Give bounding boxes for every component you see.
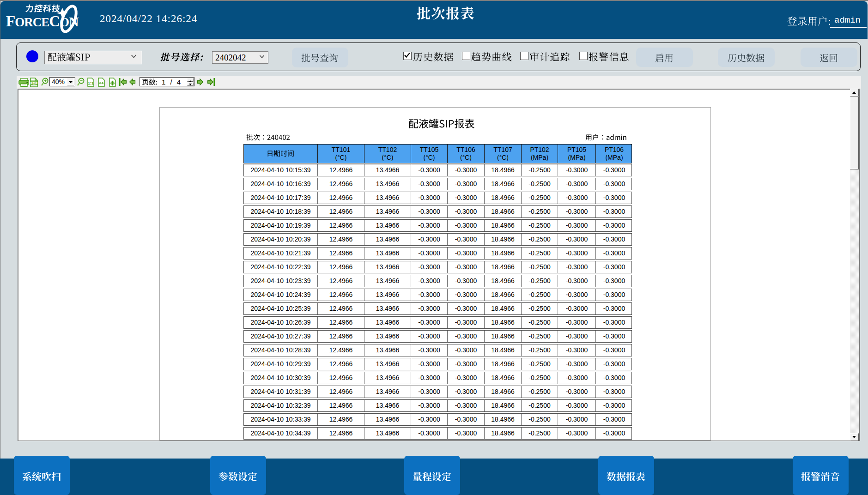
svg-text:PDF: PDF bbox=[30, 81, 38, 85]
svg-text:1:1: 1:1 bbox=[88, 81, 94, 85]
